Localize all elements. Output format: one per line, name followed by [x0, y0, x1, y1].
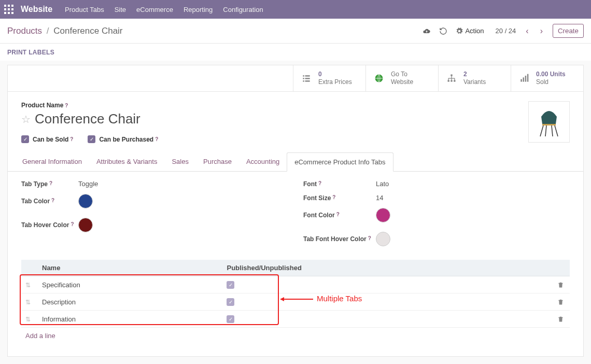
stat-variants[interactable]: 2Variants — [438, 65, 511, 91]
help-icon[interactable]: ? — [318, 180, 321, 188]
svg-rect-20 — [520, 79, 522, 82]
breadcrumb-bar: Products / Conference Chair Action 20 / … — [0, 19, 591, 44]
svg-rect-10 — [305, 75, 310, 77]
help-icon[interactable]: ? — [332, 194, 335, 202]
stat-buttons: 0Extra Prices Go ToWebsite 2Variants 0.0… — [8, 65, 583, 92]
tab-name-cell[interactable]: Description — [38, 293, 222, 311]
favorite-star-icon[interactable]: ☆ — [21, 113, 31, 125]
breadcrumb-root[interactable]: Products — [7, 26, 42, 36]
col-name[interactable]: Name — [38, 260, 222, 276]
drag-handle-icon[interactable]: ⇅ — [25, 316, 31, 323]
tab-name-cell[interactable]: Information — [38, 311, 222, 328]
svg-line-25 — [540, 125, 543, 136]
tab-type-value[interactable]: Toggle — [78, 180, 98, 188]
stat-sold[interactable]: 0.00 UnitsSold — [511, 65, 583, 91]
col-actions — [553, 260, 570, 276]
tab-sales[interactable]: Sales — [164, 152, 196, 172]
tab-color-label: Tab Color? — [21, 198, 78, 205]
help-icon[interactable]: ? — [51, 198, 54, 205]
tab-type-label: Tab Type? — [21, 180, 78, 188]
can-be-sold-label: Can be Sold ? — [33, 136, 73, 143]
font-value[interactable]: Lato — [376, 180, 389, 188]
stat-value: 2 — [463, 71, 486, 78]
delete-row-icon[interactable] — [557, 299, 566, 305]
svg-rect-11 — [303, 78, 304, 79]
table-row[interactable]: ⇅Information✓ — [21, 311, 570, 328]
breadcrumb-current: Conference Chair — [53, 26, 122, 36]
print-labels-button[interactable]: PRINT LABELS — [7, 49, 54, 56]
product-image[interactable] — [528, 101, 570, 143]
svg-rect-12 — [305, 78, 310, 79]
help-icon[interactable]: ? — [336, 212, 340, 219]
undo-icon[interactable] — [439, 27, 447, 35]
tab-ecommerce-product-info[interactable]: eCommerce Product Info Tabs — [287, 152, 393, 172]
gear-icon — [456, 27, 463, 35]
add-a-line[interactable]: Add a line — [21, 328, 570, 344]
stat-value: 0.00 Units — [536, 71, 566, 78]
table-row[interactable]: ⇅Description✓ — [21, 293, 570, 311]
svg-rect-13 — [303, 80, 304, 82]
pager-prev[interactable]: ‹ — [524, 26, 530, 36]
bars-icon — [518, 73, 530, 84]
col-published[interactable]: Published/Unpublished — [222, 260, 553, 276]
cloud-upload-icon[interactable] — [423, 27, 431, 35]
breadcrumb-sep: / — [47, 26, 49, 36]
tab-name-cell[interactable]: Specification — [38, 276, 222, 293]
stat-goto-website[interactable]: Go ToWebsite — [365, 65, 438, 91]
tab-hover-color-swatch[interactable] — [78, 218, 93, 232]
tabs-subtable: Name Published/Unpublished ⇅Specificatio… — [21, 260, 570, 344]
create-button[interactable]: Create — [553, 24, 584, 38]
svg-rect-16 — [451, 75, 452, 76]
svg-rect-9 — [303, 75, 304, 77]
svg-rect-17 — [448, 80, 449, 81]
published-checkbox[interactable]: ✓ — [227, 298, 234, 306]
delete-row-icon[interactable] — [557, 282, 566, 288]
tab-purchase[interactable]: Purchase — [196, 152, 239, 172]
menu-product-tabs[interactable]: Product Tabs — [65, 6, 104, 13]
svg-rect-24 — [542, 124, 556, 125]
help-icon[interactable]: ? — [71, 221, 74, 229]
menu-configuration[interactable]: Configuration — [223, 6, 263, 13]
stat-extra-prices[interactable]: 0Extra Prices — [293, 65, 365, 91]
help-icon[interactable]: ? — [70, 136, 73, 142]
tab-attributes-variants[interactable]: Attributes & Variants — [89, 152, 165, 172]
can-be-sold-checkbox[interactable]: ✓ — [21, 135, 29, 143]
help-icon[interactable]: ? — [368, 235, 371, 243]
sitemap-icon — [446, 73, 457, 84]
action-dropdown[interactable]: Action — [456, 27, 484, 35]
help-icon[interactable]: ? — [155, 136, 158, 142]
tab-accounting[interactable]: Accounting — [239, 152, 287, 172]
menu-ecommerce[interactable]: eCommerce — [136, 6, 173, 13]
stat-label-top: Go To — [391, 71, 413, 78]
product-title[interactable]: Conference Chair — [35, 111, 140, 127]
svg-rect-7 — [8, 12, 10, 14]
notebook-tabs: General Information Attributes & Variant… — [8, 152, 583, 172]
table-row[interactable]: ⇅Specification✓ — [21, 276, 570, 293]
font-color-swatch[interactable] — [376, 208, 390, 222]
font-color-label: Font Color? — [303, 212, 376, 219]
drag-handle-icon[interactable]: ⇅ — [25, 282, 31, 289]
published-checkbox[interactable]: ✓ — [227, 315, 234, 323]
font-size-value[interactable]: 14 — [376, 194, 383, 202]
tab-font-hover-color-label: Tab Font Hover Color? — [303, 235, 376, 243]
help-icon[interactable]: ? — [49, 180, 52, 188]
apps-icon[interactable] — [4, 5, 13, 14]
can-be-purchased-checkbox[interactable]: ✓ — [88, 135, 95, 143]
top-menu: Product Tabs Site eCommerce Reporting Co… — [65, 6, 263, 13]
stat-label: Variants — [463, 78, 486, 86]
delete-row-icon[interactable] — [557, 316, 566, 323]
help-icon[interactable]: ? — [65, 103, 68, 108]
menu-reporting[interactable]: Reporting — [184, 6, 213, 13]
drag-handle-icon[interactable]: ⇅ — [25, 299, 31, 306]
breadcrumb: Products / Conference Chair — [7, 26, 123, 36]
brand[interactable]: Website — [21, 5, 52, 14]
svg-rect-1 — [8, 5, 10, 7]
menu-site[interactable]: Site — [115, 6, 126, 13]
globe-icon — [373, 73, 385, 84]
top-bar: Website Product Tabs Site eCommerce Repo… — [0, 0, 591, 19]
tab-color-swatch[interactable] — [78, 194, 93, 208]
tab-font-hover-color-swatch[interactable] — [376, 232, 390, 246]
published-checkbox[interactable]: ✓ — [227, 281, 234, 289]
tab-general-info[interactable]: General Information — [15, 152, 89, 172]
pager-next[interactable]: › — [539, 26, 544, 36]
